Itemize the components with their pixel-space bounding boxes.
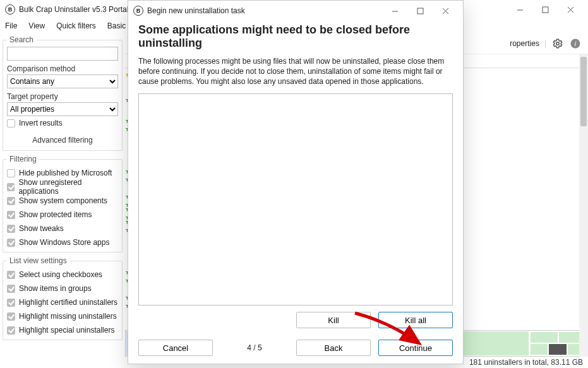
menu-basic[interactable]: Basic: [107, 21, 126, 30]
svg-rect-8: [417, 8, 423, 14]
filtering-item-checkbox[interactable]: Show tweaks: [7, 222, 118, 235]
menu-quick-filters[interactable]: Quick filters: [56, 21, 96, 30]
kill-all-button[interactable]: Kill all: [378, 312, 453, 328]
gear-icon[interactable]: [551, 37, 564, 50]
cancel-button[interactable]: Cancel: [138, 340, 213, 356]
dialog-maximize-button[interactable]: [407, 1, 433, 20]
continue-button[interactable]: Continue: [378, 340, 453, 356]
filtering-item-checkbox[interactable]: Show Windows Store apps: [7, 235, 118, 249]
listview-group: List view settings Select using checkbox…: [3, 256, 123, 340]
filtering-group: Filtering Hide published by MicrosoftSho…: [3, 155, 123, 252]
dialog-title: Begin new uninstallation task: [147, 6, 245, 15]
search-group: Search Comparison method Contains any Ta…: [3, 35, 123, 151]
svg-point-4: [556, 42, 560, 45]
dialog-description: The following processes might be using f…: [138, 56, 453, 87]
left-panel: Search Comparison method Contains any Ta…: [0, 33, 125, 357]
vertical-scrollbar[interactable]: [579, 54, 588, 357]
maximize-button[interactable]: [532, 0, 558, 19]
filtering-legend: Filtering: [7, 155, 39, 163]
dialog-titlebar: B Begin new uninstallation task: [128, 1, 463, 21]
invert-results-checkbox[interactable]: Invert results: [7, 116, 118, 130]
filtering-item-checkbox[interactable]: Show protected items: [7, 208, 118, 222]
properties-button[interactable]: roperties: [510, 39, 539, 48]
close-button[interactable]: [558, 0, 583, 19]
window-title: Bulk Crap Uninstaller v5.3 Portab: [19, 5, 131, 14]
search-legend: Search: [7, 35, 36, 44]
back-button[interactable]: Back: [296, 340, 371, 356]
target-combo[interactable]: All properties: [7, 102, 118, 116]
menu-view[interactable]: View: [28, 21, 45, 30]
filtering-item-checkbox[interactable]: Show system components: [7, 194, 118, 208]
listview-item-checkbox[interactable]: Show items in groups: [7, 282, 118, 295]
listview-legend: List view settings: [7, 256, 69, 265]
kill-button[interactable]: Kill: [296, 312, 371, 328]
listview-item-checkbox[interactable]: Highlight certified uninstallers: [7, 295, 118, 309]
process-list[interactable]: [138, 93, 453, 306]
dialog-minimize-button[interactable]: [382, 1, 407, 20]
listview-item-checkbox[interactable]: Highlight special uninstallers: [7, 323, 118, 337]
target-label: Target property: [7, 92, 118, 101]
svg-rect-1: [543, 7, 548, 13]
info-icon[interactable]: i: [569, 37, 582, 50]
comparison-label: Comparison method: [7, 64, 118, 73]
uninstall-wizard-dialog: B Begin new uninstallation task Some app…: [128, 0, 464, 364]
minimize-button[interactable]: [507, 0, 532, 19]
menu-file[interactable]: File: [5, 21, 17, 30]
app-logo-icon: B: [5, 4, 15, 15]
comparison-combo[interactable]: Contains any: [7, 74, 118, 88]
wizard-progress: 4 / 5: [220, 343, 289, 352]
dialog-heading: Some applications might need to be close…: [138, 23, 453, 50]
search-input[interactable]: [7, 47, 118, 61]
listview-item-checkbox[interactable]: Highlight missing uninstallers: [7, 309, 118, 323]
dialog-logo-icon: B: [133, 6, 143, 16]
dialog-close-button[interactable]: [433, 1, 458, 20]
listview-item-checkbox[interactable]: Select using checkboxes: [7, 268, 118, 282]
status-bar: 181 uninstallers in total, 83.11 GB: [469, 357, 583, 368]
advanced-filtering-button[interactable]: Advanced filtering: [7, 133, 118, 148]
filtering-item-checkbox[interactable]: Show unregistered applications: [7, 180, 118, 194]
